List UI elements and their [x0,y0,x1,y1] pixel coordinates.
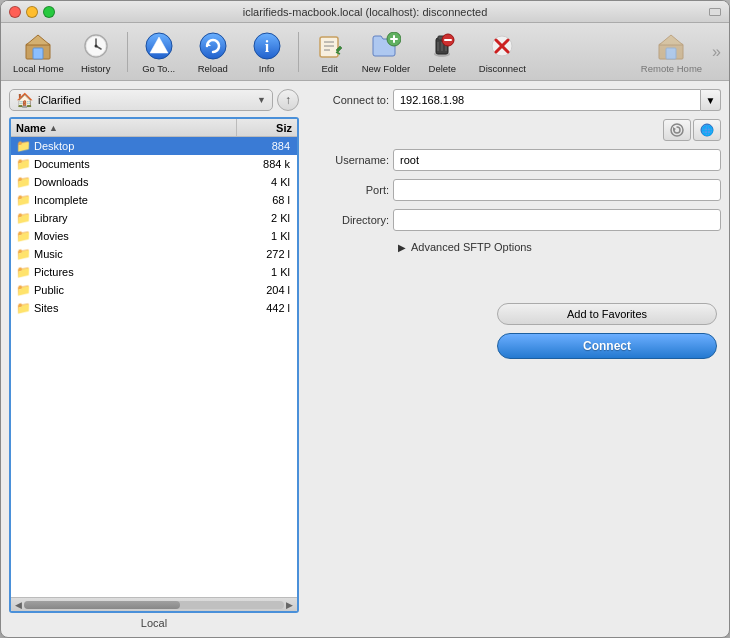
table-row[interactable]: 📁 Public 204 l [11,281,297,299]
scroll-thumb[interactable] [24,601,180,609]
panel-header: 🏠 iClarified ▼ ↑ [9,89,299,111]
go-to-label: Go To... [142,63,175,74]
file-size: 442 l [235,302,295,314]
file-name: 📁 Desktop [13,139,235,153]
delete-label: Delete [429,63,456,74]
bookmark-btn-1[interactable] [663,119,691,141]
directory-label: Directory: [309,214,389,226]
remote-home-button[interactable]: Remote Home [637,27,706,77]
folder-icon: 📁 [16,283,31,297]
remote-home-label: Remote Home [641,63,702,74]
toolbar-separator-2 [298,32,299,72]
table-row[interactable]: 📁 Downloads 4 Kl [11,173,297,191]
file-size: 884 [235,140,295,152]
svg-text:i: i [264,38,269,55]
table-row[interactable]: 📁 Incomplete 68 l [11,191,297,209]
info-label: Info [259,63,275,74]
file-name: 📁 Sites [13,301,235,315]
svg-point-10 [200,33,226,59]
connect-to-row: Connect to: ▼ [309,89,721,111]
file-size: 884 k [235,158,295,170]
connect-to-input[interactable] [393,89,701,111]
table-row[interactable]: 📁 Movies 1 Kl [11,227,297,245]
delete-icon [426,30,458,62]
directory-row: Directory: [309,209,721,231]
local-home-button[interactable]: Local Home [9,27,68,77]
scroll-track[interactable] [24,601,284,609]
connect-button[interactable]: Connect [497,333,717,359]
scrollbar-area: ◀ ▶ [11,597,297,611]
file-name: 📁 Movies [13,229,235,243]
folder-select[interactable]: 🏠 iClarified ▼ [9,89,273,111]
file-size: 1 Kl [235,266,295,278]
file-name: 📁 Music [13,247,235,261]
table-row[interactable]: 📁 Music 272 l [11,245,297,263]
bookmark-btn-2[interactable]: 🌐 [693,119,721,141]
file-size: 4 Kl [235,176,295,188]
up-button[interactable]: ↑ [277,89,299,111]
traffic-lights [9,6,55,18]
new-folder-label: New Folder [362,63,411,74]
zoom-button[interactable] [43,6,55,18]
port-input[interactable] [393,179,721,201]
folder-icon: 📁 [16,247,31,261]
action-buttons: Add to Favorites Connect [309,303,721,359]
file-size: 1 Kl [235,230,295,242]
double-chevron-icon: » [712,43,721,61]
file-size: 272 l [235,248,295,260]
port-row: Port: [309,179,721,201]
table-row[interactable]: 📁 Desktop 884 [11,137,297,155]
table-row[interactable]: 📁 Documents 884 k [11,155,297,173]
edit-button[interactable]: Edit [304,27,356,77]
local-home-label: Local Home [13,63,64,74]
file-list: 📁 Desktop 884 📁 Documents 884 k [11,137,297,597]
close-button[interactable] [9,6,21,18]
column-size-header[interactable]: Siz [237,119,297,136]
sort-arrow-icon: ▲ [49,123,58,133]
connect-to-dropdown[interactable]: ▼ [701,89,721,111]
scroll-left-button[interactable]: ◀ [13,600,24,610]
file-name: 📁 Library [13,211,235,225]
advanced-options-label[interactable]: Advanced SFTP Options [411,241,532,253]
file-size: 204 l [235,284,295,296]
advanced-options-row: ▶ Advanced SFTP Options [309,241,721,253]
svg-text:🌐: 🌐 [701,124,714,137]
info-icon: i [251,30,283,62]
reload-button[interactable]: Reload [187,27,239,77]
add-to-favorites-button[interactable]: Add to Favorites [497,303,717,325]
advanced-toggle-icon[interactable]: ▶ [398,242,406,253]
remote-home-icon [655,30,687,62]
column-name-header[interactable]: Name ▲ [11,119,237,136]
file-browser: Name ▲ Siz 📁 Desktop 884 [9,117,299,613]
svg-rect-2 [33,48,43,59]
reload-label: Reload [198,63,228,74]
local-home-icon [22,30,54,62]
folder-icon: 📁 [16,157,31,171]
folder-icon: 📁 [16,265,31,279]
edit-label: Edit [322,63,338,74]
table-row[interactable]: 📁 Library 2 Kl [11,209,297,227]
history-button[interactable]: History [70,27,122,77]
resize-handle[interactable] [709,8,721,16]
directory-input[interactable] [393,209,721,231]
file-table-header: Name ▲ Siz [11,119,297,137]
file-size: 2 Kl [235,212,295,224]
folder-icon: 📁 [16,139,31,153]
delete-button[interactable]: Delete [416,27,468,77]
new-folder-button[interactable]: New Folder [358,27,415,77]
up-arrow-icon: ↑ [285,93,291,107]
folder-icon: 📁 [16,175,31,189]
info-button[interactable]: i Info [241,27,293,77]
folder-icon: 📁 [16,211,31,225]
disconnect-button[interactable]: Disconnect [470,27,534,77]
username-label: Username: [309,154,389,166]
username-input[interactable] [393,149,721,171]
connect-to-group: ▼ [393,89,721,111]
scroll-right-button[interactable]: ▶ [284,600,295,610]
table-row[interactable]: 📁 Sites 442 l [11,299,297,317]
table-row[interactable]: 📁 Pictures 1 Kl [11,263,297,281]
toolbar: Local Home History [1,23,729,81]
go-to-button[interactable]: Go To... [133,27,185,77]
file-name: 📁 Public [13,283,235,297]
minimize-button[interactable] [26,6,38,18]
